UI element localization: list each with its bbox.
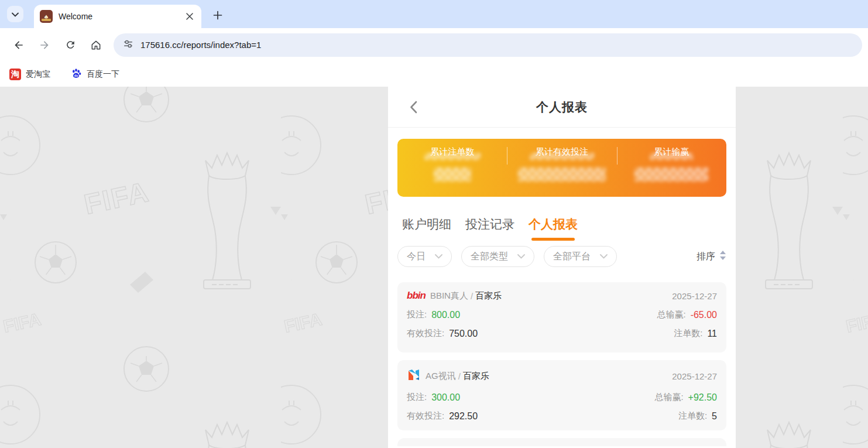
bet-amount: 300.00 <box>431 392 460 403</box>
report-record-bbin[interactable]: bbin BBIN真人 / 百家乐 2025-12-27 投注: 800.00 … <box>397 282 726 353</box>
summary-valid-bets: 累计有效投注 <box>507 139 616 197</box>
bet-count-label: 注单数: <box>674 328 702 339</box>
svg-text:du: du <box>74 73 78 77</box>
chevron-down-icon <box>435 254 442 259</box>
chevron-down-icon <box>12 9 19 19</box>
baidu-paw-icon: du <box>70 67 82 81</box>
record-date: 2025-12-27 <box>672 291 717 301</box>
tab-strip: ♠ Welcome <box>0 0 868 28</box>
panel-header: 个人报表 <box>388 87 736 128</box>
record-date: 2025-12-27 <box>672 371 717 381</box>
taobao-icon: 淘 <box>9 69 21 80</box>
back-button[interactable] <box>8 34 30 56</box>
sort-arrows-icon <box>719 250 726 263</box>
tab-label: 账户明细 <box>402 216 451 232</box>
ag-logo <box>407 368 421 384</box>
home-button[interactable] <box>85 34 107 56</box>
tab-account-detail[interactable]: 账户明细 <box>402 216 451 241</box>
provider-name: BBIN真人 <box>430 290 468 302</box>
record-bet-row: 投注: 800.00 总输赢: -65.00 <box>407 309 717 320</box>
sort-label: 排序 <box>697 251 715 263</box>
date-filter-dropdown[interactable]: 今日 <box>397 246 452 267</box>
sort-control[interactable]: 排序 <box>697 250 726 263</box>
redacted-value <box>434 167 471 182</box>
chevron-down-icon <box>600 254 608 259</box>
page-title: 个人报表 <box>536 99 588 115</box>
report-panel: 个人报表 累计注单数 累计有效投注 累计输赢 账户明细 <box>388 87 736 448</box>
record-title-row: bbin BBIN真人 / 百家乐 2025-12-27 <box>407 290 717 302</box>
bet-count: 5 <box>712 411 717 422</box>
redacted-blur <box>424 153 481 160</box>
tab-title: Welcome <box>59 12 184 21</box>
record-valid-row: 有效投注: 292.50 注单数: 5 <box>407 411 717 422</box>
chevron-down-icon <box>517 254 525 259</box>
site-favicon-icon: ♠ <box>40 10 53 23</box>
browser-window: ♠ Welcome <box>0 0 868 87</box>
report-record-ag[interactable]: AG视讯 / 百家乐 2025-12-27 投注: 300.00 总输赢: +9… <box>397 360 726 430</box>
filter-label: 全部平台 <box>553 251 591 263</box>
tab-personal-report[interactable]: 个人报表 <box>529 216 578 241</box>
valid-bet-label: 有效投注: <box>407 411 444 422</box>
bet-amount: 800.00 <box>431 310 460 320</box>
bookmark-label: 百度一下 <box>87 69 119 80</box>
winloss-label: 总输赢: <box>657 309 685 320</box>
bet-label: 投注: <box>407 309 427 320</box>
report-tabs: 账户明细 投注记录 个人报表 <box>388 216 736 241</box>
address-bar[interactable]: 175616.cc/reports/index?tab=1 <box>114 33 862 57</box>
type-filter-dropdown[interactable]: 全部类型 <box>461 246 534 267</box>
tab-label: 个人报表 <box>529 216 578 232</box>
game-name: 百家乐 <box>463 371 489 382</box>
winloss-amount: -65.00 <box>691 310 717 320</box>
filter-row: 今日 全部类型 全部平台 排序 <box>388 246 736 267</box>
next-record-partial <box>397 438 726 446</box>
separator: / <box>458 371 461 381</box>
back-chevron-icon[interactable] <box>406 100 421 115</box>
report-list: bbin BBIN真人 / 百家乐 2025-12-27 投注: 800.00 … <box>388 282 736 446</box>
redacted-value <box>634 167 708 182</box>
summary-card: 累计注单数 累计有效投注 累计输赢 <box>397 139 726 197</box>
separator: / <box>471 291 473 301</box>
valid-bet-label: 有效投注: <box>407 328 444 339</box>
bet-count: 11 <box>707 329 717 339</box>
active-tab-underline <box>531 238 575 241</box>
bet-label: 投注: <box>407 392 427 403</box>
valid-bet-amount: 750.00 <box>449 329 478 339</box>
record-title-row: AG视讯 / 百家乐 2025-12-27 <box>407 368 717 384</box>
bookmarks-bar: 淘 爱淘宝 du 百度一下 <box>0 61 868 87</box>
tab-bet-records[interactable]: 投注记录 <box>465 216 514 241</box>
tab-search-button[interactable] <box>7 6 23 22</box>
browser-toolbar: 175616.cc/reports/index?tab=1 <box>0 28 868 61</box>
redacted-blur <box>650 153 693 160</box>
bet-count-label: 注单数: <box>678 411 707 422</box>
forward-button[interactable] <box>33 34 56 56</box>
summary-winloss: 累计输赢 <box>617 139 726 197</box>
new-tab-button[interactable] <box>210 7 226 23</box>
reload-button[interactable] <box>59 34 81 56</box>
summary-total-bets: 累计注单数 <box>397 139 507 197</box>
platform-filter-dropdown[interactable]: 全部平台 <box>544 246 617 267</box>
browser-tab[interactable]: ♠ Welcome <box>34 5 201 28</box>
game-name: 百家乐 <box>475 290 502 302</box>
redacted-value <box>518 167 606 182</box>
redacted-blur <box>530 153 594 160</box>
bbin-logo: bbin <box>407 290 426 302</box>
provider-name: AG视讯 <box>426 371 456 382</box>
tab-close-icon[interactable] <box>184 11 195 22</box>
bookmark-baidu[interactable]: du 百度一下 <box>70 67 119 81</box>
filter-label: 全部类型 <box>471 251 508 263</box>
winloss-label: 总输赢: <box>654 392 683 403</box>
filter-label: 今日 <box>407 251 426 263</box>
page-content: FIFA FIFA <box>0 87 868 448</box>
bookmark-label: 爱淘宝 <box>26 69 50 80</box>
bookmark-aitaobao[interactable]: 淘 爱淘宝 <box>9 69 50 80</box>
url-text: 175616.cc/reports/index?tab=1 <box>140 40 261 50</box>
valid-bet-amount: 292.50 <box>449 411 478 422</box>
tab-label: 投注记录 <box>465 216 514 232</box>
winloss-amount: +92.50 <box>688 392 717 403</box>
record-valid-row: 有效投注: 750.00 注单数: 11 <box>407 328 717 339</box>
record-bet-row: 投注: 300.00 总输赢: +92.50 <box>407 392 717 403</box>
site-settings-icon[interactable] <box>123 39 133 52</box>
